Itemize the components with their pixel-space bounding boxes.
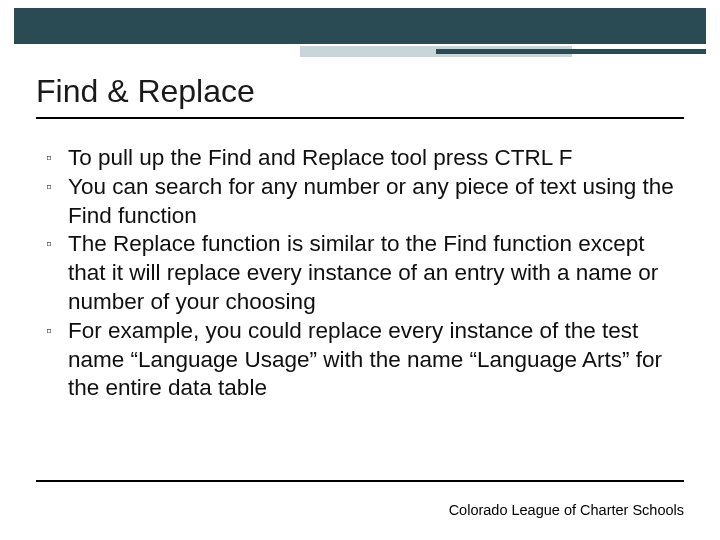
slide: Find & Replace To pull up the Find and R…	[0, 0, 720, 540]
footer-text: Colorado League of Charter Schools	[449, 502, 684, 518]
slide-title: Find & Replace	[36, 74, 684, 109]
list-item: The Replace function is similar to the F…	[40, 230, 680, 316]
list-item: For example, you could replace every ins…	[40, 317, 680, 403]
bullet-list: To pull up the Find and Replace tool pre…	[40, 144, 680, 403]
body-block: To pull up the Find and Replace tool pre…	[40, 144, 680, 403]
title-underline	[36, 117, 684, 119]
list-item: To pull up the Find and Replace tool pre…	[40, 144, 680, 173]
footer-rule	[36, 480, 684, 482]
list-item: You can search for any number or any pie…	[40, 173, 680, 231]
decor-bar-thin	[436, 49, 706, 54]
decor-bar-dark	[14, 8, 706, 44]
title-block: Find & Replace	[36, 74, 684, 119]
